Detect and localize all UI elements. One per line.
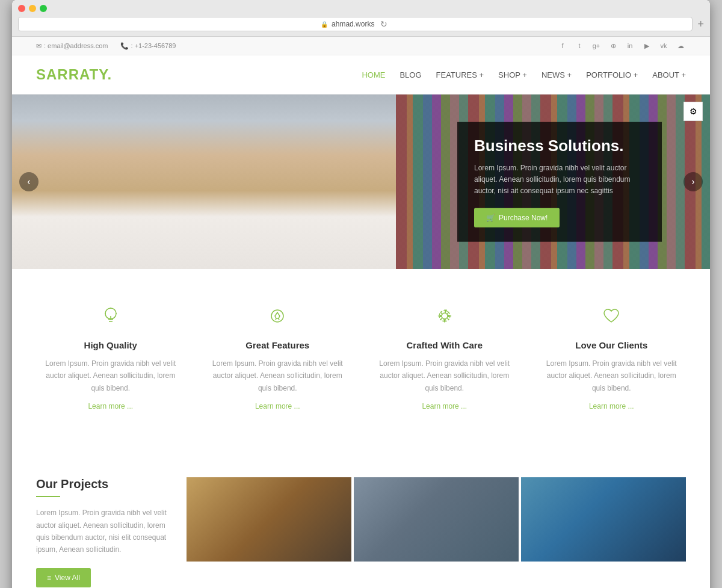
pinterest-icon[interactable]: ⊕ — [608, 40, 619, 51]
cart-icon: 🛒 — [486, 213, 495, 221]
email-info: ✉ : email@address.com — [36, 42, 108, 50]
logo-text: SARRATY — [36, 66, 108, 82]
browser-chrome: 🔒 ahmad.works ↻ + — [12, 0, 710, 37]
hero-person-image — [12, 94, 396, 269]
view-all-button[interactable]: ≡ View All — [36, 568, 91, 587]
project-item-1[interactable] — [187, 477, 351, 562]
logo-dot: . — [108, 66, 113, 82]
slider-next-button[interactable]: › — [683, 172, 703, 191]
feature-crafted-title: Crafted With Care — [376, 340, 513, 350]
browser-toolbar: 🔒 ahmad.works ↻ + — [18, 17, 704, 36]
gear-icon — [376, 305, 513, 332]
address-bar[interactable]: 🔒 ahmad.works ↻ — [18, 17, 693, 31]
site-header: SARRATY. HOME BLOG FEATURES + SHOP + NEW… — [12, 55, 710, 94]
google-plus-icon[interactable]: g+ — [591, 40, 602, 51]
site-content: ✉ : email@address.com 📞 : +1-23-456789 f… — [12, 37, 710, 588]
lightbulb-icon — [42, 305, 179, 332]
projects-description: Lorem Ipsum. Proin gravida nibh vel veli… — [36, 507, 168, 556]
feature-crafted-link[interactable]: Learn more ... — [422, 402, 467, 410]
twitter-icon[interactable]: t — [574, 40, 585, 51]
maximize-window-button[interactable] — [40, 5, 47, 12]
feature-high-quality: High Quality Lorem Ipsum. Proin gravida … — [36, 299, 185, 417]
phone-info: 📞 : +1-23-456789 — [120, 42, 176, 50]
projects-gallery — [187, 477, 686, 562]
projects-info: Our Projects Lorem Ipsum. Proin gravida … — [36, 477, 168, 587]
project-item-3[interactable] — [521, 477, 686, 562]
feature-crafted-desc: Lorem Ipsum. Proin gravida nibh vel veli… — [376, 357, 513, 394]
projects-title-underline — [36, 496, 60, 497]
nav-home[interactable]: HOME — [362, 70, 385, 79]
project-item-2[interactable] — [354, 477, 519, 562]
feature-great-features-link[interactable]: Learn more ... — [255, 402, 300, 410]
features-grid: High Quality Lorem Ipsum. Proin gravida … — [36, 299, 686, 417]
new-tab-button[interactable]: + — [697, 18, 704, 31]
window-controls — [18, 5, 704, 12]
feature-love-clients-title: Love Our Clients — [543, 340, 680, 350]
svg-point-10 — [442, 313, 448, 319]
top-bar: ✉ : email@address.com 📞 : +1-23-456789 f… — [12, 37, 710, 55]
nav-blog[interactable]: BLOG — [400, 70, 421, 79]
features-section: High Quality Lorem Ipsum. Proin gravida … — [12, 269, 710, 447]
feature-love-clients-link[interactable]: Learn more ... — [589, 402, 634, 410]
slider-settings-button[interactable]: ⚙ — [683, 102, 703, 121]
close-window-button[interactable] — [18, 5, 25, 12]
feature-great-features-title: Great Features — [209, 340, 347, 350]
linkedin-icon[interactable]: in — [625, 40, 635, 51]
facebook-icon[interactable]: f — [557, 40, 568, 51]
slider-prev-button[interactable]: ‹ — [19, 172, 39, 191]
nav-about[interactable]: ABOUT + — [652, 70, 686, 79]
heart-icon — [543, 305, 680, 332]
view-all-label: View All — [55, 574, 80, 582]
feature-great-features-desc: Lorem Ipsum. Proin gravida nibh vel veli… — [209, 357, 347, 394]
svg-line-8 — [276, 318, 276, 320]
phone-icon: 📞 — [120, 42, 129, 50]
youtube-icon[interactable]: ▶ — [641, 40, 652, 51]
purchase-button[interactable]: 🛒 Purchase Now! — [474, 208, 560, 227]
feature-crafted-with-care: Crafted With Care Lorem Ipsum. Proin gra… — [370, 299, 519, 417]
purchase-btn-label: Purchase Now! — [499, 213, 548, 221]
feature-great-features: Great Features Lorem Ipsum. Proin gravid… — [203, 299, 353, 417]
skype-icon[interactable]: ☁ — [675, 40, 686, 51]
reload-button[interactable]: ↻ — [378, 19, 390, 29]
projects-title: Our Projects — [36, 477, 168, 491]
feature-love-clients: Love Our Clients Lorem Ipsum. Proin grav… — [537, 299, 687, 417]
nav-portfolio[interactable]: PORTFOLIO + — [586, 70, 638, 79]
hero-description: Lorem Ipsum. Proin gravida nibh vel veli… — [474, 162, 645, 197]
email-icon: ✉ — [36, 42, 42, 50]
hero-content-box: Business Solutions. Lorem Ipsum. Proin g… — [457, 122, 662, 242]
social-icons: f t g+ ⊕ in ▶ vk ☁ — [557, 40, 686, 51]
svg-line-9 — [279, 318, 279, 320]
nav-features[interactable]: FEATURES + — [436, 70, 484, 79]
hero-slider: Business Solutions. Lorem Ipsum. Proin g… — [12, 94, 710, 269]
pencil-icon — [209, 305, 347, 332]
minimize-window-button[interactable] — [29, 5, 36, 12]
url-text: ahmad.works — [332, 20, 374, 28]
nav-news[interactable]: NEWS + — [542, 70, 572, 79]
feature-high-quality-title: High Quality — [42, 340, 179, 350]
hero-title: Business Solutions. — [474, 137, 645, 155]
vk-icon[interactable]: vk — [658, 40, 669, 51]
nav-shop[interactable]: SHOP + — [498, 70, 527, 79]
lock-icon: 🔒 — [321, 21, 328, 28]
feature-high-quality-link[interactable]: Learn more ... — [88, 402, 133, 410]
projects-section: Our Projects Lorem Ipsum. Proin gravida … — [12, 447, 710, 588]
feature-high-quality-desc: Lorem Ipsum. Proin gravida nibh vel veli… — [42, 357, 179, 394]
email-text: : email@address.com — [44, 42, 108, 49]
browser-window: 🔒 ahmad.works ↻ + ✉ : email@address.com … — [12, 0, 710, 588]
grid-icon: ≡ — [47, 574, 51, 582]
feature-love-clients-desc: Lorem Ipsum. Proin gravida nibh vel veli… — [543, 357, 680, 394]
phone-text: : +1-23-456789 — [131, 42, 176, 49]
site-logo: SARRATY. — [36, 66, 112, 83]
main-nav: HOME BLOG FEATURES + SHOP + NEWS + PORTF… — [362, 70, 686, 79]
contact-info: ✉ : email@address.com 📞 : +1-23-456789 — [36, 42, 176, 50]
